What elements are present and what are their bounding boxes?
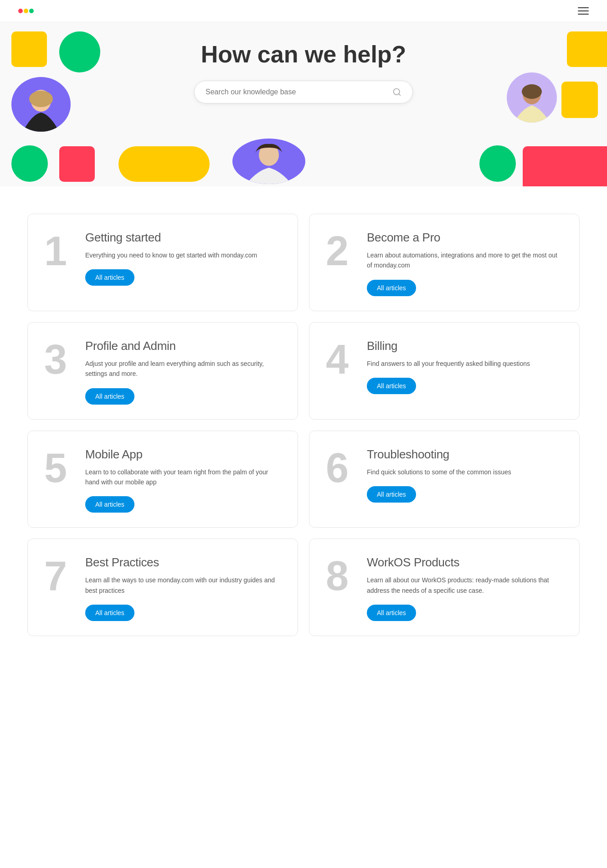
shape-person-center xyxy=(232,139,305,184)
svg-line-6 xyxy=(399,94,401,96)
card-item-3: 3 Profile and Admin Adjust your profile … xyxy=(27,322,298,420)
search-icon xyxy=(392,87,401,97)
shape-yellow-pill xyxy=(118,146,210,182)
hamburger-line-2 xyxy=(578,10,589,11)
shape-pink-rect-bottomright xyxy=(523,146,607,186)
card-description: Adjust your profile and learn everything… xyxy=(85,359,281,379)
cards-grid: 1 Getting started Everything you need to… xyxy=(27,214,580,636)
svg-point-4 xyxy=(259,144,279,166)
logo[interactable] xyxy=(18,9,39,13)
shape-green-circle-bottomleft xyxy=(11,145,48,182)
search-bar xyxy=(194,81,413,103)
search-input[interactable] xyxy=(206,88,392,96)
logo-dots xyxy=(18,9,34,13)
card-body: Mobile App Learn to to collaborate with … xyxy=(85,447,281,513)
all-articles-button[interactable]: All articles xyxy=(367,486,416,503)
hamburger-menu[interactable] xyxy=(578,7,589,15)
card-number: 5 xyxy=(44,447,76,488)
hamburger-line-3 xyxy=(578,14,589,15)
dot-red xyxy=(18,9,23,13)
main-content: 1 Getting started Everything you need to… xyxy=(0,186,607,663)
card-body: Profile and Admin Adjust your profile an… xyxy=(85,339,281,405)
hero-section: How can we help? xyxy=(0,22,607,186)
card-number: 2 xyxy=(326,231,358,272)
card-description: Learn to to collaborate with your team r… xyxy=(85,467,281,488)
card-item-8: 8 WorkOS Products Learn all about our Wo… xyxy=(309,539,580,636)
card-number: 8 xyxy=(326,555,358,596)
all-articles-button[interactable]: All articles xyxy=(85,269,134,286)
card-description: Everything you need to know to get start… xyxy=(85,250,281,260)
card-description: Find answers to all your frequently aske… xyxy=(367,359,563,369)
card-title: Troubleshooting xyxy=(367,447,563,462)
card-body: Billing Find answers to all your frequen… xyxy=(367,339,563,394)
card-body: WorkOS Products Learn all about our Work… xyxy=(367,555,563,621)
card-item-4: 4 Billing Find answers to all your frequ… xyxy=(309,322,580,420)
card-number: 3 xyxy=(44,339,76,380)
all-articles-button[interactable]: All articles xyxy=(85,388,134,405)
card-title: Become a Pro xyxy=(367,231,563,245)
person-center-svg xyxy=(237,139,301,184)
card-description: Learn all about our WorkOS products: rea… xyxy=(367,575,563,596)
hero-title: How can we help? xyxy=(0,41,607,68)
card-number: 4 xyxy=(326,339,358,380)
card-title: Profile and Admin xyxy=(85,339,281,353)
all-articles-button[interactable]: All articles xyxy=(85,605,134,621)
hamburger-line-1 xyxy=(578,7,589,8)
all-articles-button[interactable]: All articles xyxy=(367,378,416,394)
all-articles-button[interactable]: All articles xyxy=(367,280,416,296)
card-title: Billing xyxy=(367,339,563,353)
card-item-1: 1 Getting started Everything you need to… xyxy=(27,214,298,311)
dot-yellow xyxy=(24,9,28,13)
search-bar-wrapper xyxy=(0,81,607,103)
card-number: 1 xyxy=(44,231,76,272)
header xyxy=(0,0,607,22)
card-item-2: 2 Become a Pro Learn about automations, … xyxy=(309,214,580,311)
card-body: Best Practices Learn all the ways to use… xyxy=(85,555,281,621)
card-description: Learn about automations, integrations an… xyxy=(367,250,563,271)
shape-pink-square-bottomleft xyxy=(59,146,95,182)
card-body: Troubleshooting Find quick solutions to … xyxy=(367,447,563,503)
card-body: Getting started Everything you need to k… xyxy=(85,231,281,286)
card-item-6: 6 Troubleshooting Find quick solutions t… xyxy=(309,431,580,528)
dot-green xyxy=(29,9,34,13)
card-item-7: 7 Best Practices Learn all the ways to u… xyxy=(27,539,298,636)
card-title: Mobile App xyxy=(85,447,281,462)
all-articles-button[interactable]: All articles xyxy=(367,605,416,621)
card-title: WorkOS Products xyxy=(367,555,563,570)
card-number: 7 xyxy=(44,555,76,596)
card-number: 6 xyxy=(326,447,358,488)
card-body: Become a Pro Learn about automations, in… xyxy=(367,231,563,296)
shape-green-circle-bottomright xyxy=(479,145,516,182)
card-description: Learn all the ways to use monday.com wit… xyxy=(85,575,281,596)
card-title: Getting started xyxy=(85,231,281,245)
all-articles-button[interactable]: All articles xyxy=(85,496,134,513)
card-description: Find quick solutions to some of the comm… xyxy=(367,467,563,477)
card-title: Best Practices xyxy=(85,555,281,570)
card-item-5: 5 Mobile App Learn to to collaborate wit… xyxy=(27,431,298,528)
